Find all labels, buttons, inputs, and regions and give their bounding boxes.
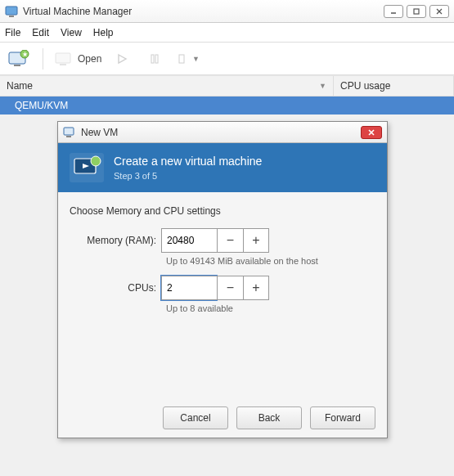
svg-rect-16 [64, 128, 74, 135]
svg-rect-17 [66, 136, 71, 137]
dialog-body: Choose Memory and CPU settings Memory (R… [58, 192, 387, 438]
toolbar: ★ Open ▼ [0, 43, 454, 75]
vm-list-header: Name ▼ CPU usage [0, 75, 454, 97]
svg-rect-15 [179, 55, 184, 63]
window-title: Virtual Machine Manager [23, 6, 384, 17]
menu-view[interactable]: View [61, 27, 82, 38]
svg-rect-1 [9, 16, 14, 17]
close-button[interactable] [429, 5, 449, 18]
new-vm-dialog: New VM Create a new virtual machine Step… [57, 121, 388, 438]
cpus-increment-button[interactable]: + [243, 276, 269, 300]
cpus-spinner: − + [161, 276, 269, 300]
svg-text:★: ★ [22, 51, 28, 58]
sort-chevron-icon: ▼ [319, 82, 326, 90]
menu-help[interactable]: Help [93, 27, 114, 38]
memory-decrement-button[interactable]: − [217, 228, 243, 253]
memory-spinner: − + [161, 228, 269, 253]
section-title: Choose Memory and CPU settings [70, 205, 375, 217]
open-button[interactable]: Open [55, 52, 101, 66]
svg-rect-10 [56, 53, 70, 63]
memory-label: Memory (RAM): [70, 235, 161, 246]
menu-file[interactable]: File [5, 27, 20, 38]
dialog-header: Create a new virtual machine Step 3 of 5 [58, 143, 387, 192]
dialog-footer: Cancel Back Forward [163, 406, 375, 429]
cpus-hint: Up to 8 available [166, 303, 375, 313]
dialog-close-button[interactable] [361, 126, 382, 139]
cpus-input[interactable] [161, 276, 217, 300]
svg-point-22 [91, 156, 101, 166]
menu-edit[interactable]: Edit [32, 27, 49, 38]
list-item[interactable]: QEMU/KVM [0, 97, 454, 115]
connection-name: QEMU/KVM [15, 100, 68, 111]
memory-input[interactable] [161, 228, 217, 253]
pause-button[interactable] [142, 48, 167, 70]
svg-marker-12 [119, 55, 126, 63]
vm-list: QEMU/KVM [0, 97, 454, 115]
wizard-hero-icon [70, 153, 104, 182]
forward-button[interactable]: Forward [310, 406, 375, 429]
shutdown-button[interactable]: ▼ [175, 48, 200, 70]
app-icon [5, 5, 18, 18]
dialog-step: Step 3 of 5 [114, 171, 262, 181]
minimize-button[interactable] [384, 5, 403, 18]
column-cpu-usage[interactable]: CPU usage [334, 76, 454, 96]
new-vm-button[interactable]: ★ [7, 48, 31, 70]
cancel-button[interactable]: Cancel [163, 406, 228, 429]
dialog-titlebar: New VM [58, 122, 387, 143]
cpus-decrement-button[interactable]: − [217, 276, 243, 300]
toolbar-separator [43, 48, 43, 70]
maximize-button[interactable] [407, 5, 426, 18]
svg-rect-11 [60, 64, 66, 65]
dialog-title: New VM [81, 127, 361, 138]
svg-rect-7 [14, 65, 20, 66]
back-button[interactable]: Back [236, 406, 302, 429]
svg-rect-3 [414, 9, 419, 14]
dialog-heading: Create a new virtual machine [114, 155, 262, 168]
cpus-label: CPUs: [70, 282, 161, 294]
svg-rect-14 [155, 55, 158, 63]
column-name[interactable]: Name ▼ [0, 76, 334, 96]
memory-increment-button[interactable]: + [243, 228, 269, 253]
run-button[interactable] [110, 48, 134, 70]
memory-hint: Up to 49143 MiB available on the host [166, 256, 375, 266]
main-titlebar: Virtual Machine Manager [0, 0, 454, 23]
svg-rect-13 [151, 55, 154, 63]
chevron-down-icon: ▼ [192, 55, 200, 63]
svg-rect-0 [6, 7, 17, 15]
dialog-icon [63, 126, 76, 139]
open-label: Open [78, 53, 101, 65]
menubar: File Edit View Help [0, 23, 454, 43]
